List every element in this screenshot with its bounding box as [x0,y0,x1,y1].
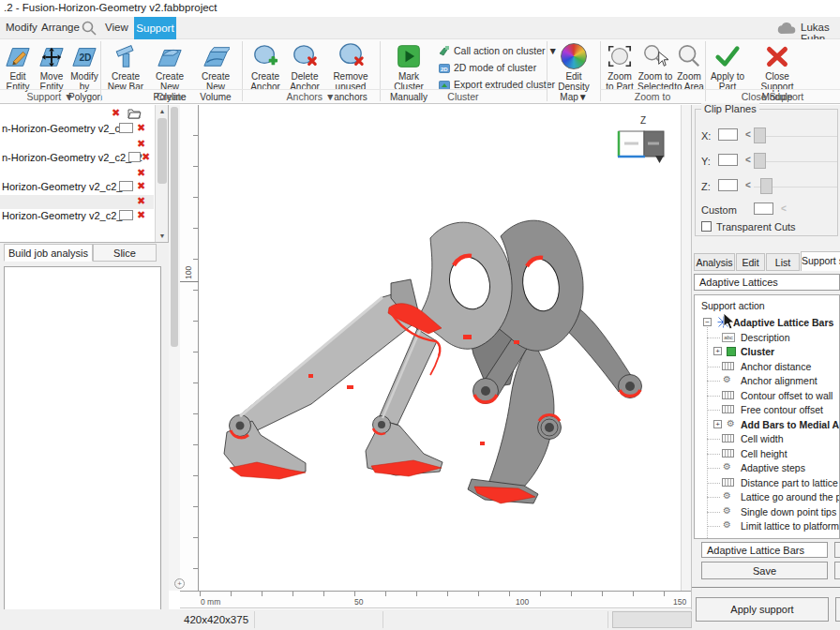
delete-part-icon[interactable]: ✖ [137,210,145,220]
zoom-to-selected-button[interactable]: Zoom to Selected [638,41,673,92]
tree-node[interactable]: Free contour offset [695,403,840,417]
part-list-item[interactable]: Horizon-Geometry v2_c2_c3 ✖ [0,180,154,194]
clip-y-value[interactable] [718,154,738,166]
tree-node-root[interactable]: − Adaptive Lattice Bars [695,316,840,330]
call-action-on-cluster-item[interactable]: Call action on cluster ▼ [439,45,558,60]
tab-support[interactable]: Support [134,17,176,39]
tree-node[interactable]: Cell width [695,432,840,446]
tree-node[interactable]: ⚙ Single down point tips [695,505,840,519]
delete-part-icon[interactable]: ✖ [142,152,150,162]
apply-support-button[interactable]: Apply support [696,597,829,622]
tree-node[interactable]: + Cluster [695,345,840,359]
clip-z-arrow[interactable]: < [745,180,751,190]
tab-analysis[interactable]: Analysis [694,253,735,271]
delete-part-icon[interactable]: ✖ [137,196,145,206]
expand-icon[interactable]: + [713,420,722,428]
viewport-left-scrollbar[interactable] [169,105,180,591]
tab-edit[interactable]: Edit [736,253,765,271]
clip-z-handle[interactable] [760,178,772,194]
tree-node[interactable]: Distance part to lattice [695,476,840,490]
scrollbar-thumb[interactable] [171,107,178,347]
tree-node[interactable]: Anchor distance [695,360,840,374]
status-button[interactable] [612,611,692,628]
count-box[interactable] [119,181,133,191]
zoom-to-part-button[interactable]: Zoom to Part [604,41,636,92]
clip-x-slider[interactable] [754,136,837,137]
clip-y-handle[interactable] [754,153,766,169]
delete-part-icon[interactable]: ✖ [137,139,145,149]
save-button-sliver[interactable] [834,562,840,579]
count-box[interactable] [128,152,141,162]
move-entity-button[interactable]: Move Entity [36,41,68,92]
scrollbar-thumb[interactable] [158,118,167,184]
delete-part-icon[interactable]: ✖ [137,168,145,178]
tree-node[interactable]: ⚙ Limit lattice to platform [695,519,840,533]
model-3d[interactable]: Z [199,105,681,591]
part-list-item[interactable]: n-Horizon-Geometry v2_c2 ✖ [0,122,154,136]
apply-to-part-button[interactable]: Apply to Part [709,41,746,92]
menu-arrange[interactable]: Arrange [41,22,80,33]
plane-move-icon [36,41,68,71]
clip-x-value[interactable] [718,128,738,141]
count-box[interactable] [119,123,133,133]
viewport-corner-widget[interactable]: + [174,578,185,589]
orientation-cube[interactable]: Z [618,115,664,163]
menu-view[interactable]: View [105,22,128,33]
part-list-subitem[interactable]: ✖ [0,195,154,209]
count-box[interactable] [119,210,133,220]
edit-density-map-button[interactable]: Edit Density Map▼ [549,41,598,102]
create-anchor-button[interactable]: Create Anchor [246,41,285,92]
clip-z-value[interactable] [718,179,738,191]
scroll-up-icon[interactable]: ▲ [156,108,169,114]
tree-node[interactable]: abc Description [695,331,840,345]
clip-x-handle[interactable] [754,128,766,143]
transparent-cuts-checkbox[interactable] [701,221,712,232]
delete-part-icon[interactable]: ✖ [137,123,145,133]
part-list-subitem[interactable]: ✖ [0,138,154,152]
tree-node[interactable]: Contour offset to wall [695,389,840,403]
tree-node[interactable]: ⚙ Anchor alignment [695,374,840,388]
tree-node[interactable]: Cell height [695,447,840,461]
support-type-dropdown[interactable]: Adaptive Lattices [694,274,840,291]
expand-icon[interactable]: + [713,347,722,355]
preset-field-sliver[interactable] [834,542,840,558]
delete-all-icon[interactable]: ✖ [112,108,120,118]
part-list-item[interactable]: Horizon-Geometry v2_c2_c4 ✖ [0,209,154,223]
zoom-to-area-button[interactable]: Zoom to Area [674,41,704,92]
check-icon [709,41,746,71]
tab-build-job-analysis[interactable]: Build job analysis [4,244,93,262]
clip-y-arrow[interactable]: < [745,155,751,165]
viewport-canvas[interactable]: Z + [199,105,681,591]
tree-node[interactable]: + ⚙ Add Bars to Medial Axis [695,418,840,432]
scroll-down-icon[interactable]: ▼ [156,232,169,239]
group-label-support[interactable]: Support ▼ [0,89,100,102]
edit-entity-button[interactable]: Edit Entity [1,41,35,92]
parts-list-scrollbar[interactable]: ▲ ▼ [155,105,168,242]
viewport-right-splitter[interactable] [681,105,691,591]
delete-anchor-button[interactable]: Delete Anchor [286,41,323,92]
2d-mode-of-cluster-item[interactable]: 2D2D mode of cluster [439,62,536,77]
group-label-anchors[interactable]: Anchors ▼ [242,89,380,102]
clip-custom-value[interactable] [754,202,773,215]
delete-part-icon[interactable]: ✖ [137,181,145,191]
part-list-subitem[interactable]: ✖ [0,167,154,181]
tab-support-scheme[interactable]: Support sc [801,251,840,271]
search-icon[interactable] [81,20,98,40]
save-button[interactable]: Save [701,562,828,579]
tab-list[interactable]: List [766,253,800,271]
open-folder-icon[interactable] [128,106,142,123]
clip-x-arrow[interactable]: < [745,129,751,140]
collapse-icon[interactable]: − [703,318,712,326]
tree-node[interactable]: ⚙ Adaptive steps [695,461,840,475]
clip-custom-arrow[interactable]: < [781,203,787,214]
part-list-item[interactable]: n-Horizon-Geometry v2_c2_c2 ✖ [0,151,154,165]
ruler-icon [722,362,734,370]
tree-node[interactable]: ⚙ Lattice go around the part [695,490,840,504]
axis-z-label: Z [640,115,646,126]
tab-slice-analysis[interactable]: Slice Analysis [93,244,157,262]
menu-modify[interactable]: Modify [6,22,38,33]
create-new-bar-button[interactable]: Create New Bar [105,41,146,92]
preset-name-field[interactable]: Adaptive Lattice Bars [701,542,828,558]
clip-y-slider[interactable] [754,161,837,162]
apply-button-sliver[interactable] [835,597,840,622]
